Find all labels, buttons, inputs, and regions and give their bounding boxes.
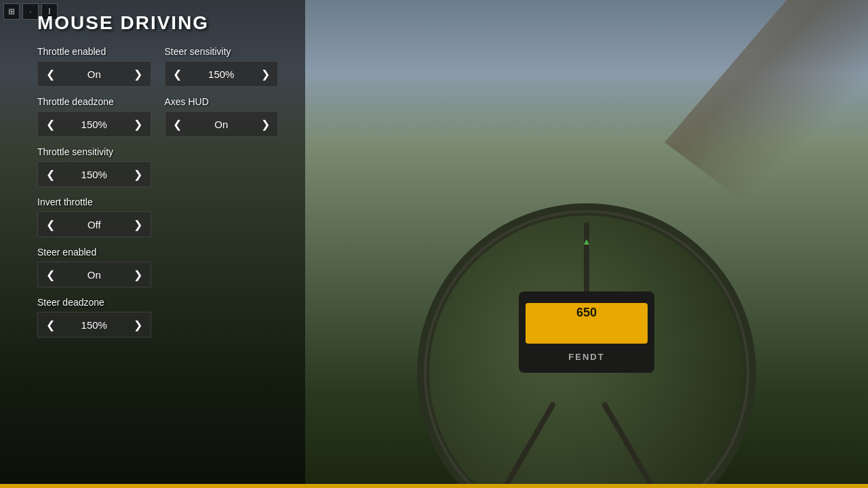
throttle-deadzone-next-button[interactable]: ❯ [126,112,151,136]
axes-hud-value: On [190,119,254,130]
steer-enabled-value: On [62,269,126,281]
throttle-deadzone-value: 150% [62,119,126,130]
steer-enabled-next-button[interactable]: ❯ [126,262,151,287]
steer-deadzone-label: Steer deadzone [37,297,151,308]
axes-hud-next-button[interactable]: ❯ [253,112,277,136]
wheel-area: 650 FENDT ▲ [305,0,868,488]
page-title: MOUSE DRIVING [37,12,278,34]
throttle-sensitivity-value: 150% [62,169,126,180]
steer-deadzone-value: 150% [62,319,126,331]
steer-deadzone-control: ❮ 150% ❯ [37,312,151,338]
axes-hud-control: ❮ On ❯ [165,111,279,137]
right-column: Steer sensitivity ❮ 150% ❯ Axes HUD ❮ On… [165,46,279,347]
throttle-deadzone-group: Throttle deadzone ❮ 150% ❯ [37,96,151,137]
axes-hud-prev-button[interactable]: ❮ [165,112,190,136]
steer-deadzone-prev-button[interactable]: ❮ [38,312,62,337]
steer-sensitivity-group: Steer sensitivity ❮ 150% ❯ [165,46,279,87]
axes-hud-group: Axes HUD ❮ On ❯ [165,96,279,137]
throttle-deadzone-prev-button[interactable]: ❮ [38,112,62,136]
throttle-enabled-next-button[interactable]: ❯ [126,62,151,86]
steer-sensitivity-value: 150% [190,68,254,80]
invert-throttle-group: Invert throttle ❮ Off ❯ [37,197,151,237]
invert-throttle-next-button[interactable]: ❯ [126,212,151,237]
throttle-deadzone-label: Throttle deadzone [37,96,151,107]
throttle-enabled-label: Throttle enabled [37,46,151,57]
throttle-sensitivity-control: ❮ 150% ❯ [37,161,151,187]
invert-throttle-control: ❮ Off ❯ [37,211,151,237]
throttle-sensitivity-group: Throttle sensitivity ❮ 150% ❯ [37,146,151,187]
invert-throttle-label: Invert throttle [37,197,151,207]
settings-grid: Throttle enabled ❮ On ❯ Throttle deadzon… [37,46,278,347]
steer-sensitivity-label: Steer sensitivity [165,46,279,57]
settings-content: MOUSE DRIVING Throttle enabled ❮ On ❯ Th… [0,0,305,361]
throttle-deadzone-control: ❮ 150% ❯ [37,111,151,137]
throttle-sensitivity-prev-button[interactable]: ❮ [38,162,62,186]
throttle-sensitivity-next-button[interactable]: ❯ [126,162,151,186]
axes-hud-label: Axes HUD [165,96,279,107]
bottom-accent-bar [0,484,868,488]
steer-sensitivity-next-button[interactable]: ❯ [253,62,277,86]
steer-sensitivity-prev-button[interactable]: ❮ [165,62,190,86]
throttle-enabled-control: ❮ On ❯ [37,61,151,87]
throttle-enabled-value: On [62,68,126,80]
throttle-enabled-group: Throttle enabled ❮ On ❯ [37,46,151,87]
steer-deadzone-next-button[interactable]: ❯ [126,312,151,337]
hud-display: 650 [526,303,648,344]
throttle-sensitivity-label: Throttle sensitivity [37,146,151,157]
steer-enabled-prev-button[interactable]: ❮ [38,262,62,287]
dashboard-display: 650 FENDT [519,291,654,373]
steer-deadzone-group: Steer deadzone ❮ 150% ❯ [37,297,151,338]
invert-throttle-value: Off [62,219,126,230]
invert-throttle-prev-button[interactable]: ❮ [38,212,62,237]
steer-enabled-group: Steer enabled ❮ On ❯ [37,247,151,287]
fendt-logo: FENDT [568,352,604,362]
steer-enabled-label: Steer enabled [37,247,151,258]
steer-enabled-control: ❮ On ❯ [37,262,151,287]
steering-wheel: 650 FENDT ▲ [417,203,756,488]
steer-sensitivity-control: ❮ 150% ❯ [165,61,279,87]
throttle-enabled-prev-button[interactable]: ❮ [38,62,62,86]
left-column: Throttle enabled ❮ On ❯ Throttle deadzon… [37,46,151,347]
